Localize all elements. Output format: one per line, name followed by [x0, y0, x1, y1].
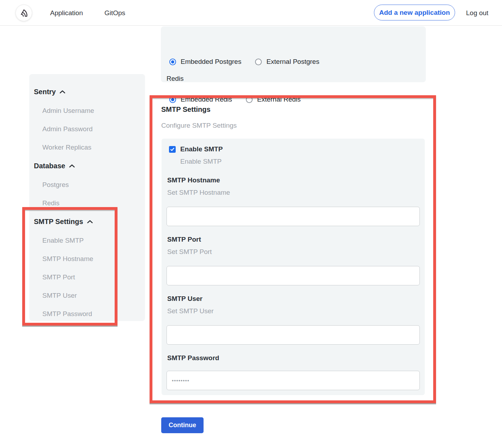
radio-selected-icon[interactable] — [169, 59, 176, 65]
enable-smtp-checkbox-label[interactable]: Enable SMTP — [180, 145, 223, 154]
postgres-radio-group: Embedded Postgres External Postgres — [169, 57, 319, 66]
add-new-application-button[interactable]: Add a new application — [374, 5, 455, 20]
database-config-panel: Embedded Postgres External Postgres Redi… — [161, 26, 426, 82]
radio-embedded-postgres[interactable]: Embedded Postgres — [169, 57, 241, 66]
chevron-up-icon — [69, 164, 75, 168]
sidebar-item-postgres[interactable]: Postgres — [42, 181, 145, 189]
smtp-user-input[interactable] — [167, 325, 420, 345]
redis-group-heading: Redis — [167, 74, 184, 83]
smtp-form-panel: Enable SMTP Enable SMTP SMTP Hostname Se… — [162, 139, 425, 395]
radio-unselected-icon[interactable] — [255, 59, 262, 65]
radio-embedded-redis[interactable]: Embedded Redis — [169, 95, 232, 104]
smtp-user-label: SMTP User — [167, 294, 202, 303]
sidebar-item-admin-username[interactable]: Admin Username — [42, 107, 145, 115]
radio-external-postgres[interactable]: External Postgres — [255, 57, 319, 66]
sidebar-group-title: Sentry — [34, 87, 56, 97]
smtp-hostname-input[interactable] — [167, 207, 420, 226]
app-logo[interactable] — [16, 5, 32, 21]
sidebar-item-redis[interactable]: Redis — [42, 199, 145, 207]
logout-link[interactable]: Log out — [466, 9, 488, 17]
sentry-logo-icon — [19, 8, 29, 18]
enable-smtp-checkbox-row[interactable]: Enable SMTP — [169, 145, 223, 154]
smtp-port-label: SMTP Port — [167, 235, 201, 244]
sidebar-item-smtp-password[interactable]: SMTP Password — [42, 310, 145, 318]
smtp-section-subtitle: Configure SMTP Settings — [161, 121, 237, 130]
smtp-user-help: Set SMTP User — [167, 307, 214, 315]
sidebar-group-title: SMTP Settings — [34, 217, 83, 226]
sidebar-item-smtp-port[interactable]: SMTP Port — [42, 273, 145, 281]
redis-radio-group: Embedded Redis External Redis — [169, 95, 301, 104]
radio-label[interactable]: Embedded Redis — [181, 95, 232, 104]
smtp-hostname-help: Set SMTP Hostname — [167, 188, 230, 197]
radio-label[interactable]: External Postgres — [266, 57, 319, 66]
sidebar-group-smtp-settings[interactable]: SMTP Settings — [34, 217, 145, 226]
smtp-port-help: Set SMTP Port — [167, 248, 212, 256]
smtp-port-input[interactable] — [167, 266, 420, 285]
checkbox-checked-icon[interactable] — [169, 146, 176, 153]
sidebar-item-admin-password[interactable]: Admin Password — [42, 125, 145, 133]
sidebar-item-smtp-user[interactable]: SMTP User — [42, 291, 145, 300]
config-page: Application GitOps Add a new application… — [0, 0, 502, 448]
sidebar-group-sentry[interactable]: Sentry — [34, 87, 145, 97]
smtp-section-title: SMTP Settings — [161, 104, 211, 114]
radio-label[interactable]: External Redis — [257, 95, 301, 104]
radio-external-redis[interactable]: External Redis — [246, 95, 301, 104]
config-sidebar: Sentry Admin Username Admin Password Wor… — [29, 74, 145, 321]
sidebar-group-database[interactable]: Database — [34, 161, 145, 171]
sidebar-item-worker-replicas[interactable]: Worker Replicas — [42, 143, 145, 152]
smtp-password-label: SMTP Password — [167, 353, 219, 363]
navbar: Application GitOps Add a new application… — [0, 0, 502, 26]
chevron-up-icon — [87, 220, 93, 224]
radio-unselected-icon[interactable] — [246, 96, 253, 103]
smtp-password-input[interactable] — [167, 371, 420, 390]
radio-selected-icon[interactable] — [169, 96, 176, 103]
radio-label[interactable]: Embedded Postgres — [181, 57, 241, 66]
nav-gitops[interactable]: GitOps — [104, 9, 125, 17]
nav-application[interactable]: Application — [50, 9, 83, 17]
enable-smtp-help: Enable SMTP — [180, 157, 222, 166]
sidebar-group-title: Database — [34, 161, 65, 171]
sidebar-item-smtp-hostname[interactable]: SMTP Hostname — [42, 255, 145, 263]
smtp-hostname-label: SMTP Hostname — [167, 176, 220, 185]
chevron-up-icon — [59, 90, 66, 94]
continue-button[interactable]: Continue — [161, 417, 204, 433]
sidebar-item-enable-smtp[interactable]: Enable SMTP — [42, 236, 145, 245]
